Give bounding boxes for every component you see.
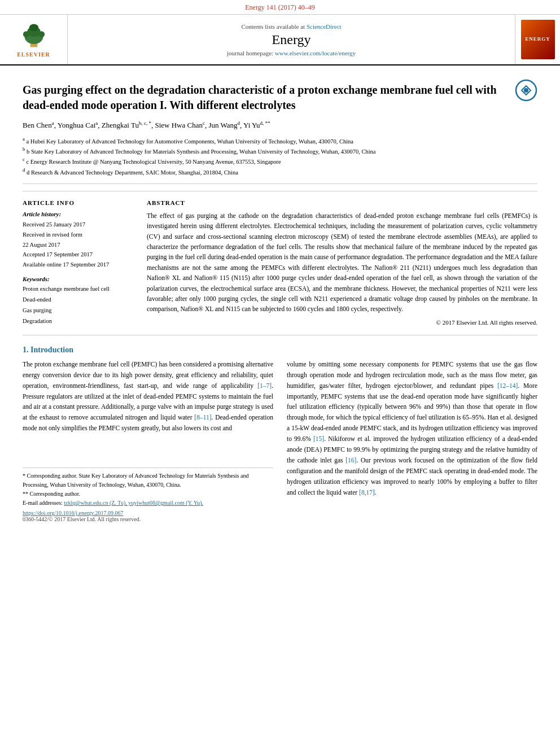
affiliation-d: d d Research & Advanced Technology Depar… [23, 167, 537, 177]
history-label: Article history: [23, 211, 135, 217]
affiliation-b: b b State Key Laboratory of Advanced Tec… [23, 146, 537, 156]
article-content: Gas purging effect on the degradation ch… [0, 65, 560, 534]
ref-15[interactable]: [15] [313, 435, 324, 442]
svg-point-5 [38, 31, 45, 37]
author-sup-d2: d, ** [260, 120, 270, 126]
energy-logo-box: ENERGY [521, 20, 555, 59]
doi-line: https://doi.org/10.1016/j.energy.2017.09… [23, 510, 273, 516]
available-date: Available online 17 September 2017 [23, 260, 135, 270]
svg-point-4 [23, 31, 29, 37]
journal-center: Contents lists available at ScienceDirec… [68, 15, 515, 64]
svg-point-7 [524, 88, 528, 93]
accepted-date: Accepted 17 September 2017 [23, 250, 135, 260]
introduction-title: 1. Introduction [23, 346, 537, 355]
journal-name: Energy [272, 32, 311, 47]
intro-col-left: The proton exchange membrane fuel cell (… [23, 359, 273, 523]
journal-header: ELSEVIER Contents lists available at Sci… [0, 15, 560, 65]
affiliation-sup-c: c [23, 156, 25, 162]
sciencedirect-line: Contents lists available at ScienceDirec… [241, 23, 341, 30]
sciencedirect-prefix: Contents lists available at [241, 23, 305, 30]
article-title: Gas purging effect on the degradation ch… [23, 82, 509, 113]
introduction-section: 1. Introduction The proton exchange memb… [23, 346, 537, 523]
affiliation-sup-a: a [23, 136, 25, 142]
info-abstract-section: Article Info Article history: Received 2… [23, 191, 537, 335]
affiliation-a: a a Hubei Key Laboratory of Advanced Tec… [23, 136, 537, 146]
elsevier-tree-icon [14, 21, 54, 50]
energy-logo-text: ENERGY [525, 36, 550, 43]
issn-line: 0360-5442/© 2017 Elsevier Ltd. All right… [23, 516, 273, 522]
email-label: E-mail addresses: [23, 500, 63, 506]
ref-12-14[interactable]: [12–14] [497, 382, 518, 389]
introduction-body: The proton exchange membrane fuel cell (… [23, 359, 537, 523]
citation-text: Energy 141 (2017) 40–49 [245, 3, 314, 11]
ref-8-11[interactable]: [8–11] [194, 414, 211, 421]
article-info-col: Article Info Article history: Received 2… [23, 199, 135, 327]
footnotes: * Corresponding author. State Key Labora… [23, 468, 273, 508]
keyword-4: Degradation [23, 316, 135, 327]
affiliation-sup-b: b [23, 146, 25, 152]
keyword-1: Proton exchange membrane fuel cell [23, 284, 135, 295]
authors-line: Ben Chena, Yonghua Caia, Zhengkai Tub, c… [23, 120, 537, 131]
abstract-copyright: © 2017 Elsevier Ltd. All rights reserved… [147, 319, 537, 326]
author-sup-a: a [52, 120, 54, 126]
svg-point-3 [29, 24, 38, 32]
title-row: Gas purging effect on the degradation ch… [23, 77, 537, 120]
intro-col-right: volume by omitting some necessary compon… [287, 359, 537, 523]
article-info-heading: Article Info [23, 199, 135, 206]
journal-homepage-line: journal homepage: www.elsevier.com/locat… [227, 50, 356, 56]
keyword-3: Gas purging [23, 305, 135, 316]
elsevier-text: ELSEVIER [17, 51, 50, 58]
abstract-col: ABSTRACT The effect of gas purging at th… [147, 199, 537, 327]
received-revised-label: Received in revised form [23, 230, 135, 240]
footnote-1: * Corresponding author. State Key Labora… [23, 471, 273, 490]
footnote-2: ** Corresponding author. [23, 490, 273, 499]
keyword-2: Dead-ended [23, 295, 135, 305]
abstract-text: The effect of gas purging at the cathode… [147, 211, 537, 314]
sciencedirect-link[interactable]: ScienceDirect [307, 23, 342, 30]
received-date: Received 25 January 2017 [23, 220, 135, 230]
revised-date: 22 August 2017 [23, 240, 135, 250]
footnote-area: * Corresponding author. State Key Labora… [23, 468, 273, 522]
doi-link[interactable]: https://doi.org/10.1016/j.energy.2017.09… [23, 510, 123, 516]
author-sup-a2: a [95, 120, 98, 126]
abstract-heading: ABSTRACT [147, 199, 537, 206]
elsevier-logo: ELSEVIER [14, 21, 54, 58]
citation-bar: Energy 141 (2017) 40–49 [0, 0, 560, 15]
affiliation-sup-d: d [23, 167, 25, 173]
keywords-section: Keywords: Proton exchange membrane fuel … [23, 276, 135, 327]
affiliations-section: a a Hubei Key Laboratory of Advanced Tec… [23, 136, 537, 184]
ref-8-17[interactable]: [8,17] [359, 489, 375, 496]
author-sup-d: d [238, 120, 240, 126]
homepage-prefix: journal homepage: [227, 50, 273, 56]
intro-para-2: volume by omitting some necessary compon… [287, 359, 537, 499]
energy-logo-section: ENERGY [515, 15, 560, 64]
author-sup-bc: b, c, * [139, 120, 151, 126]
intro-para-1: The proton exchange membrane fuel cell (… [23, 359, 273, 434]
homepage-link[interactable]: www.elsevier.com/locate/energy [275, 50, 356, 56]
ref-1-7[interactable]: [1–7] [257, 382, 272, 389]
email-links[interactable]: tzklq@whut.edu.cn (Z. Tu), yuyiwhut08@gm… [64, 500, 203, 506]
elsevier-logo-section: ELSEVIER [0, 15, 68, 64]
affiliation-c: c c Energy Research Institute @ Nanyang … [23, 156, 537, 166]
ref-16[interactable]: [16] [345, 457, 356, 464]
keywords-label: Keywords: [23, 276, 135, 282]
crossmark-icon [515, 79, 537, 102]
author-sup-c: c [203, 120, 205, 126]
footnote-emails: E-mail addresses: tzklq@whut.edu.cn (Z. … [23, 499, 273, 508]
